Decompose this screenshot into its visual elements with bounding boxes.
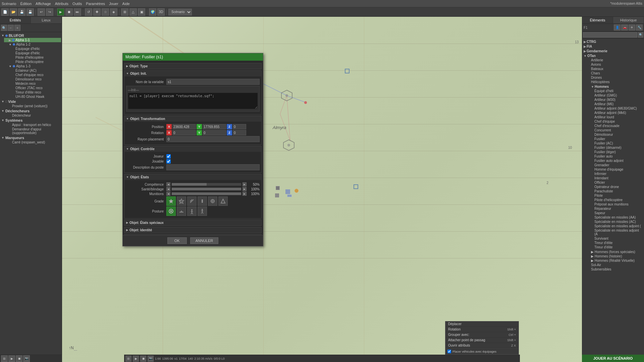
rtree-officier[interactable]: Officier bbox=[586, 180, 643, 185]
rtree-equipe-heli[interactable]: Équipé d'héli bbox=[586, 89, 643, 93]
sante-track[interactable] bbox=[172, 188, 241, 190]
group-vide-header[interactable]: ▼ □ Vide bbox=[1, 99, 61, 104]
cm-rotation[interactable]: Rotation Shift + bbox=[445, 327, 519, 332]
map-btn1[interactable]: ⊞ bbox=[125, 356, 131, 362]
jouable-checkbox[interactable] bbox=[166, 159, 171, 164]
rtree-fusilier-auto-adj[interactable]: Fusilier auto adjoint bbox=[586, 159, 643, 163]
rtree-sapeur[interactable]: Sapeur bbox=[586, 211, 643, 215]
cm-deplacer[interactable]: Déplacer bbox=[445, 321, 519, 327]
joueur-checkbox[interactable] bbox=[166, 154, 171, 159]
rtree-helicopteres[interactable]: Hélicoptères bbox=[586, 80, 643, 84]
map-area[interactable]: Almyra 13 10 2 ↑N — Déplacer Rotation Sh… bbox=[62, 17, 582, 362]
rtree-survivant[interactable]: Survivant bbox=[586, 236, 643, 241]
rtree-demolisseur[interactable]: Démolisseur bbox=[586, 132, 643, 137]
plus-icon[interactable]: + bbox=[14, 25, 20, 31]
posture-btn3[interactable] bbox=[187, 206, 197, 216]
item-carre[interactable]: Carré (respawn_west) bbox=[4, 140, 61, 144]
jouer-scenario-button[interactable]: JOUER AU SCÉNARIO bbox=[582, 355, 644, 362]
map-btn2[interactable]: ▶ bbox=[133, 356, 139, 362]
item-alpha13[interactable]: ▼ Alpha 1-3 bbox=[4, 64, 61, 68]
item-uh80[interactable]: UH-80 Ghost Hawk bbox=[7, 95, 61, 99]
rtree-hommes-header[interactable]: ▼ Hommes bbox=[586, 84, 643, 89]
rtree-avions[interactable]: Avions bbox=[586, 62, 643, 67]
rtree-fusilier-ac[interactable]: Fusilier (AC) bbox=[586, 141, 643, 145]
posture-btn2[interactable] bbox=[177, 206, 186, 216]
grade-btn4[interactable] bbox=[198, 196, 207, 206]
item-demolisseur[interactable]: Démolisseur reco bbox=[7, 77, 61, 81]
rtree-fusilier-desarme[interactable]: Fusilier (désarmé) bbox=[586, 145, 643, 150]
rtree-otan-header[interactable]: ▼ OTan bbox=[583, 54, 643, 58]
section-etats-header[interactable]: ▼ Objet: États bbox=[124, 174, 261, 180]
lb-btn2[interactable]: ▶ bbox=[8, 355, 15, 362]
right-icon-btn4[interactable]: 🔧 bbox=[636, 24, 643, 31]
stop-btn[interactable]: ⏹ bbox=[65, 8, 73, 16]
rtree-artilleur-adj-m630[interactable]: Artilleur adjoint (M630/GMC) bbox=[586, 106, 643, 111]
menu-edition[interactable]: Édition bbox=[20, 2, 32, 6]
rtree-spec-missiles-adj1[interactable]: Spécialiste en missiles adjoint ( bbox=[586, 224, 643, 228]
lb-btn4[interactable]: 📷 bbox=[23, 355, 30, 362]
item-prowler[interactable]: Prowler (armé (voiture)) bbox=[4, 104, 61, 108]
rtree-artilleur-gmg[interactable]: Artilleur (GMG) bbox=[586, 93, 643, 98]
rotate-btn[interactable]: ↺ bbox=[85, 8, 92, 16]
rtree-parachutiste[interactable]: Parachutiste bbox=[586, 189, 643, 193]
cm-attacher[interactable]: Attacher point de passag Shift + bbox=[445, 338, 519, 343]
pos-z-input[interactable] bbox=[233, 124, 246, 129]
item-chef-equipe[interactable]: Chef d'équipe reco bbox=[7, 73, 61, 77]
posture-btn4[interactable] bbox=[198, 206, 207, 216]
grade-btn2[interactable] bbox=[177, 196, 186, 206]
grade-btn5[interactable] bbox=[208, 196, 217, 206]
pos-x-input[interactable] bbox=[172, 124, 196, 129]
grade-btn3[interactable] bbox=[187, 196, 197, 206]
rtree-bateaux[interactable]: Bateaux bbox=[586, 67, 643, 71]
placer-checkbox[interactable] bbox=[447, 350, 451, 353]
rtree-artilleur-m30[interactable]: Artilleur (M30) bbox=[586, 98, 643, 102]
rtree-hommes-vr[interactable]: ▶ Hommes (Réalité Virtuelle) bbox=[586, 258, 643, 263]
rtree-spec-missiles-adj2[interactable]: Spécialiste en missiles adjoint (A bbox=[586, 228, 643, 236]
rtree-spec-missiles-ac[interactable]: Spécialiste en missiles (AC) bbox=[586, 220, 643, 224]
item-pilote1[interactable]: Pilote d'hélicoptère bbox=[7, 55, 61, 60]
tab-elements[interactable]: Éléments bbox=[582, 17, 613, 23]
right-icon-btn3[interactable]: ✈ bbox=[629, 24, 635, 31]
rtree-gendarmerie-header[interactable]: ▶ Gendarmerie bbox=[583, 49, 643, 53]
rtree-fusilier[interactable]: Fusilier bbox=[586, 137, 643, 141]
item-medecin[interactable]: Médecin reco bbox=[7, 81, 61, 86]
search-icon[interactable]: 🔍 bbox=[1, 25, 7, 31]
rtree-concurrent[interactable]: Concurrent bbox=[586, 128, 643, 132]
play-btn[interactable]: ▶ bbox=[57, 8, 64, 16]
menu-jouer[interactable]: Jouer bbox=[109, 2, 118, 6]
munitions-left-arrow[interactable]: ◄ bbox=[166, 192, 170, 196]
varname-input[interactable] bbox=[166, 79, 260, 85]
rtree-fusilier-auto[interactable]: Fusilier auto bbox=[586, 154, 643, 159]
rtree-fia-header[interactable]: ▶ FIA bbox=[583, 44, 643, 49]
item-alpha11[interactable]: ▶ Alpha 1-1 bbox=[4, 38, 61, 42]
competence-track[interactable] bbox=[172, 183, 241, 186]
menu-scenario[interactable]: Scénario bbox=[2, 2, 16, 6]
save-btn[interactable]: 💾 bbox=[18, 8, 25, 16]
menu-affichage[interactable]: Affichage bbox=[36, 2, 51, 6]
lb-btn1[interactable]: ⊞ bbox=[1, 355, 8, 362]
dialog-title-bar[interactable]: Modifier: Fusilier (s1) bbox=[123, 53, 263, 61]
menu-outils[interactable]: Outils bbox=[72, 2, 82, 6]
scenario-dropdown[interactable]: Scénario bbox=[168, 9, 192, 15]
item-officier[interactable]: Officier JTAC reco bbox=[7, 86, 61, 90]
group-systemes-header[interactable]: ▼ Systèmes bbox=[1, 118, 61, 123]
map-btn[interactable]: △ bbox=[129, 8, 137, 16]
menu-attributs[interactable]: Attributs bbox=[55, 2, 68, 6]
item-alpha12[interactable]: ▼ Alpha 1-2 bbox=[4, 42, 61, 47]
sante-left-arrow[interactable]: ◄ bbox=[166, 187, 170, 191]
competence-right-arrow[interactable]: ► bbox=[243, 182, 247, 186]
rtree-intendant[interactable]: Intendant bbox=[586, 176, 643, 180]
cancel-button[interactable]: ANNULER bbox=[190, 237, 219, 244]
rtree-pilote[interactable]: Pilote bbox=[586, 193, 643, 198]
rtree-chef-escouade[interactable]: Chef d'escouade bbox=[586, 124, 643, 128]
section-init-header[interactable]: ▼ Objet: Init. bbox=[124, 71, 261, 76]
rayon-input[interactable] bbox=[166, 136, 260, 142]
debug-btn[interactable]: ⏭ bbox=[74, 8, 81, 16]
rtree-pilote-heli[interactable]: Pilote d'hélicoptère bbox=[586, 198, 643, 202]
map-btn3[interactable]: ⏹ bbox=[140, 356, 146, 362]
rot-x-input[interactable] bbox=[172, 130, 196, 135]
section-type-header[interactable]: ▶ Objet: Type bbox=[124, 63, 261, 69]
init-code-editor[interactable]: null = [player] execvm "retourmodule.sqf… bbox=[128, 93, 258, 109]
rtree-hommes-forces[interactable]: ▶ Hommes (forces spéciales) bbox=[586, 250, 643, 254]
view-btn[interactable]: ▣ bbox=[138, 8, 145, 16]
